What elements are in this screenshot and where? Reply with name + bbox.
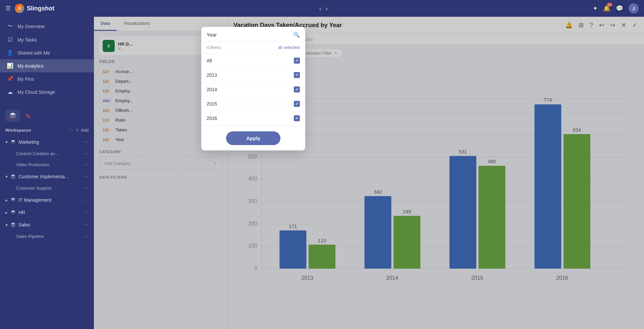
topbar-icons: ✦ 🔔 13 💬 J: [593, 3, 639, 13]
filter-checkbox-all[interactable]: [294, 58, 300, 64]
user-avatar[interactable]: J: [629, 3, 639, 13]
pins-icon: 📌: [7, 76, 13, 82]
filter-option-label-2014: 2014: [207, 87, 290, 92]
filter-option-label-all: All: [207, 58, 290, 63]
menu-icon[interactable]: ☰: [5, 5, 11, 12]
filter-checkbox-2015[interactable]: [294, 101, 300, 107]
workspace-more-video[interactable]: ⋯: [83, 161, 89, 168]
tasks-icon: ☑: [7, 37, 13, 43]
filter-checkbox-2016[interactable]: [294, 115, 300, 121]
workspace-more-it[interactable]: ⋯: [83, 197, 89, 203]
forward-button[interactable]: ›: [326, 5, 328, 12]
filter-option-2015[interactable]: 2015: [201, 97, 305, 111]
bookmark-icon[interactable]: 🔖: [23, 110, 33, 122]
filter-option-label-2013: 2013: [207, 72, 290, 78]
filter-options-list: All 2013 2014 2015: [201, 54, 305, 126]
filter-option-all[interactable]: All: [201, 54, 305, 68]
sidebar-item-my-analytics[interactable]: 📊 My Analytics: [0, 59, 94, 72]
sidebar-item-label-pins: My Pins: [17, 76, 34, 82]
sidebar-item-label-tasks: My Tasks: [17, 37, 37, 43]
workspace-expand-icon-sales: ▾: [5, 222, 8, 227]
sort-workspaces-button[interactable]: ↑↓: [69, 128, 73, 132]
app-name: Slingshot: [27, 5, 54, 12]
filter-dialog-title: Year: [207, 32, 290, 38]
filter-option-label-2016: 2016: [207, 116, 290, 121]
workspace-label-hr: HR: [18, 210, 80, 215]
filter-dialog: Year 🔍 4 items all selected All 2013: [201, 27, 305, 150]
add-workspace-button[interactable]: ＋ Add: [75, 127, 89, 133]
sidebar-item-sales-pipeline[interactable]: Sales Pipeline ⋯: [0, 231, 94, 242]
chat-icon[interactable]: 💬: [616, 5, 623, 12]
app-logo: S Slingshot: [15, 4, 54, 13]
sidebar-item-label-analytics: My Analytics: [17, 63, 44, 69]
sidebar-icons-row: 🔖: [0, 107, 94, 124]
sidebar-item-shared-with-me[interactable]: 👤 Shared with Me: [0, 46, 94, 59]
sidebar-item-my-overview[interactable]: 〜 My Overview: [0, 19, 94, 33]
workspace-more-marketing[interactable]: ⋯: [83, 139, 89, 145]
workspace-label-ci: Customer Implementa...: [18, 174, 80, 179]
sidebar-item-my-pins[interactable]: 📌 My Pins: [0, 72, 94, 85]
layers-icon-ci: [10, 174, 16, 179]
workspace-item-marketing[interactable]: ▾ Marketing ⋯: [0, 136, 94, 148]
filter-option-2014[interactable]: 2014: [201, 82, 305, 97]
add-icon: ＋: [75, 127, 79, 133]
workspace-more-cs[interactable]: ⋯: [83, 185, 89, 191]
workspace-label-it: IT Management: [18, 197, 80, 203]
sidebar-item-label-cloud: My Cloud Storage: [17, 89, 55, 95]
notification-badge: 13: [606, 3, 612, 7]
filter-dialog-overlay: Year 🔍 4 items all selected All 2013: [94, 17, 644, 329]
analytics-icon: 📊: [7, 63, 13, 69]
sidebar-divider: [5, 104, 89, 104]
workspace-expand-icon: ▾: [5, 139, 8, 145]
layers-icon: [10, 139, 16, 145]
workspace-item-hr[interactable]: ▸ HR ⋯: [0, 206, 94, 218]
sidebar-item-customer-support[interactable]: Customer Support ⋯: [0, 183, 94, 194]
workspace-more-hr[interactable]: ⋯: [83, 209, 89, 215]
sidebar-item-video-production[interactable]: Video Production ⋯: [0, 159, 94, 170]
workspace-more-sp[interactable]: ⋯: [83, 233, 89, 240]
filter-checkbox-2013[interactable]: [294, 72, 300, 78]
filter-dialog-footer: Apply: [201, 126, 305, 150]
shared-icon: 👤: [7, 50, 13, 56]
logo-icon: S: [15, 4, 24, 13]
workspaces-title: Workspaces: [5, 128, 67, 133]
workspace-label-marketing: Marketing: [18, 139, 80, 145]
overview-icon: 〜: [7, 23, 13, 30]
sidebar-item-content-creation[interactable]: Content Creation an... ⋯: [0, 148, 94, 159]
workspaces-header: Workspaces ↑↓ ＋ Add: [0, 124, 94, 136]
notification-icon[interactable]: 🔔 13: [603, 5, 610, 12]
workspace-more-ci[interactable]: ⋯: [83, 173, 89, 180]
sidebar-item-label-shared: Shared with Me: [17, 50, 50, 56]
filter-option-2013[interactable]: 2013: [201, 68, 305, 82]
sidebar-nav: 〜 My Overview ☑ My Tasks 👤 Shared with M…: [0, 17, 94, 101]
workspace-more-content[interactable]: ⋯: [83, 150, 89, 157]
workspace-label-sales: Sales: [18, 222, 80, 227]
apply-button[interactable]: Apply: [226, 131, 280, 145]
layers-icon-hr: [10, 210, 16, 215]
sidebar-item-my-tasks[interactable]: ☑ My Tasks: [0, 33, 94, 46]
filter-items-count-row: 4 items all selected: [201, 42, 305, 54]
workspace-expand-icon-it: ▸: [5, 197, 8, 203]
filter-option-label-2015: 2015: [207, 101, 290, 107]
workspace-more-sales[interactable]: ⋯: [83, 221, 89, 228]
filter-option-2016[interactable]: 2016: [201, 111, 305, 126]
workspace-item-sales[interactable]: ▾ Sales ⋯: [0, 218, 94, 231]
workspace-layers-icon[interactable]: [5, 110, 20, 122]
sidebar-item-my-cloud-storage[interactable]: ☁ My Cloud Storage: [0, 85, 94, 98]
cloud-icon: ☁: [7, 89, 13, 95]
sidebar: 〜 My Overview ☑ My Tasks 👤 Shared with M…: [0, 17, 94, 329]
sparkle-icon[interactable]: ✦: [593, 5, 598, 12]
items-count-text: 4 items: [207, 45, 275, 50]
filter-dialog-header: Year 🔍: [201, 27, 305, 42]
workspace-expand-icon-ci: ▾: [5, 174, 8, 179]
all-selected-link[interactable]: all selected: [278, 45, 300, 50]
main-layout: 〜 My Overview ☑ My Tasks 👤 Shared with M…: [0, 17, 644, 329]
content-area: Data Visualizations X HR D... V... Field…: [94, 17, 644, 329]
layers-icon-sales: [10, 222, 16, 227]
layers-icon-it: [10, 197, 16, 203]
back-button[interactable]: ‹: [319, 5, 322, 12]
filter-checkbox-2014[interactable]: [294, 86, 300, 92]
workspace-item-customer-implementation[interactable]: ▾ Customer Implementa... ⋯: [0, 170, 94, 183]
filter-search-icon[interactable]: 🔍: [293, 31, 300, 38]
workspace-item-it-management[interactable]: ▸ IT Management ⋯: [0, 194, 94, 206]
